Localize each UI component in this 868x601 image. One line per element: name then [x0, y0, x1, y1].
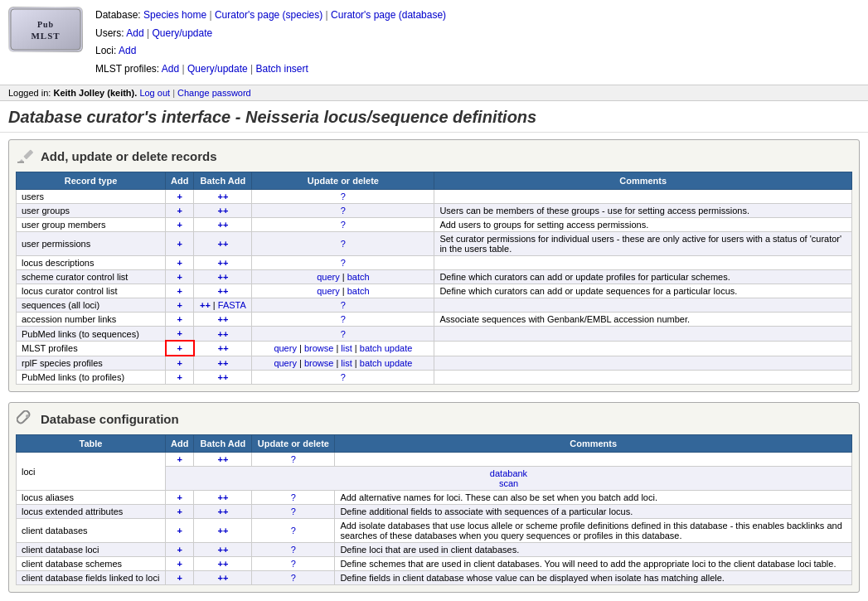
add-link[interactable]: +	[177, 314, 182, 324]
add-cell: +	[166, 190, 194, 204]
logout-link[interactable]: Log out	[139, 88, 170, 98]
batch-link[interactable]: batch	[347, 272, 370, 282]
col-update-delete: Update or delete	[252, 172, 434, 190]
section2-table: Table Add Batch Add Update or delete Com…	[16, 434, 852, 585]
users-label: Users:	[95, 27, 124, 39]
batch-add-link[interactable]: ++	[217, 206, 228, 216]
table-name-cell: client database fields linked to loci	[17, 571, 166, 585]
add-cell: +	[166, 543, 194, 557]
update-delete-link[interactable]: ?	[291, 545, 296, 555]
add-link[interactable]: +	[177, 343, 182, 353]
page-title-text: Database curator's interface - Neisseria…	[8, 108, 536, 126]
add-link[interactable]: +	[177, 454, 182, 464]
update-delete-link[interactable]: ?	[341, 329, 346, 339]
query-link[interactable]: query	[274, 343, 297, 353]
mlst-add-link[interactable]: Add	[162, 63, 179, 75]
add-link[interactable]: +	[177, 206, 182, 216]
database-line: Database: Species home | Curator's page …	[95, 7, 446, 25]
batch-add-link[interactable]: ++	[217, 314, 228, 324]
batch-add-link[interactable]: ++	[217, 372, 228, 382]
update-delete-link[interactable]: ?	[291, 506, 296, 516]
update-delete-link[interactable]: ?	[341, 258, 346, 268]
add-cell: +	[166, 571, 194, 585]
add-cell: +	[166, 491, 194, 505]
batch-add-link[interactable]: ++	[217, 454, 228, 464]
update-delete-link[interactable]: ?	[291, 526, 296, 536]
comment-cell: Users can be members of these groups - u…	[434, 204, 852, 218]
batch-add-link[interactable]: ++	[217, 286, 228, 296]
update-delete-link[interactable]: ?	[341, 220, 346, 230]
add-link[interactable]: +	[177, 328, 182, 338]
add-link[interactable]: +	[177, 358, 182, 368]
batch-link[interactable]: batch	[347, 286, 370, 296]
fasta-link[interactable]: FASTA	[218, 300, 246, 310]
add-link[interactable]: +	[177, 573, 182, 583]
update-delete-link[interactable]: ?	[341, 206, 346, 216]
change-password-link[interactable]: Change password	[177, 88, 251, 98]
batch-add-link[interactable]: ++	[217, 329, 228, 339]
add-link[interactable]: +	[177, 559, 182, 569]
update-delete-link[interactable]: ?	[291, 573, 296, 583]
users-add-link[interactable]: Add	[126, 27, 143, 39]
add-link[interactable]: +	[177, 272, 182, 282]
query-link[interactable]: query	[317, 286, 340, 296]
add-link[interactable]: +	[177, 220, 182, 230]
loci-add-link[interactable]: Add	[119, 45, 136, 56]
batch-add-link[interactable]: ++	[217, 545, 228, 555]
mlst-batch-insert-link[interactable]: Batch insert	[255, 63, 308, 75]
browse-link[interactable]: browse	[304, 343, 333, 353]
batch-add-link[interactable]: ++	[217, 220, 228, 230]
add-link[interactable]: +	[177, 372, 182, 382]
add-link[interactable]: +	[177, 286, 182, 296]
loci-label: Loci:	[95, 45, 116, 56]
batch-add-link[interactable]: ++	[217, 258, 228, 268]
batch-add-link[interactable]: ++	[217, 559, 228, 569]
batch-add-link[interactable]: ++	[217, 506, 228, 516]
query-link[interactable]: query	[317, 272, 340, 282]
species-home-link[interactable]: Species home	[143, 9, 206, 21]
list-link[interactable]: list	[341, 358, 352, 368]
batch-add-link[interactable]: ++	[217, 239, 228, 249]
batch-add-link[interactable]: ++	[218, 343, 229, 353]
add-link[interactable]: +	[177, 545, 182, 555]
users-query-update-link[interactable]: Query/update	[153, 27, 213, 39]
batch-add-link[interactable]: ++	[217, 272, 228, 282]
add-link[interactable]: +	[177, 258, 182, 268]
batch-add-link[interactable]: ++	[217, 191, 228, 201]
curators-page-species-link[interactable]: Curator's page (species)	[215, 9, 322, 21]
add-link[interactable]: +	[177, 492, 182, 502]
update-delete-link[interactable]: ?	[291, 492, 296, 502]
batch-update-link[interactable]: batch update	[360, 343, 413, 353]
update-delete-link[interactable]: ?	[341, 191, 346, 201]
add-cell: +	[166, 505, 194, 519]
batch-update-link[interactable]: batch update	[360, 358, 413, 368]
update-delete-cell: ?	[252, 453, 335, 467]
databank-scan-cell: databank scan	[166, 467, 852, 491]
batch-add-link[interactable]: ++	[217, 526, 228, 536]
query-link[interactable]: query	[274, 358, 297, 368]
mlst-query-update-link[interactable]: Query/update	[187, 63, 248, 75]
curators-page-database-link[interactable]: Curator's page (database)	[331, 9, 446, 21]
databank-scan-link[interactable]: databank scan	[490, 468, 527, 488]
batch-add-link[interactable]: ++	[217, 358, 228, 368]
record-type-cell: user group members	[17, 218, 166, 232]
add-cell: +	[166, 218, 194, 232]
update-delete-cell: ?	[252, 327, 434, 342]
logged-in-text: Logged in:	[8, 88, 51, 98]
update-delete-link[interactable]: ?	[341, 300, 346, 310]
update-delete-link[interactable]: ?	[341, 314, 346, 324]
add-link[interactable]: +	[177, 300, 182, 310]
update-delete-link[interactable]: ?	[291, 559, 296, 569]
update-delete-link[interactable]: ?	[341, 239, 346, 249]
add-link[interactable]: +	[177, 191, 182, 201]
update-delete-link[interactable]: ?	[291, 454, 296, 464]
add-link[interactable]: +	[177, 526, 182, 536]
add-link[interactable]: +	[177, 239, 182, 249]
batch-add-link[interactable]: ++	[217, 492, 228, 502]
add-link[interactable]: +	[177, 506, 182, 516]
batch-add-link[interactable]: ++	[217, 573, 228, 583]
browse-link[interactable]: browse	[304, 358, 333, 368]
list-link[interactable]: list	[341, 343, 352, 353]
update-delete-link[interactable]: ?	[341, 372, 346, 382]
batch-add-link[interactable]: ++	[200, 300, 211, 310]
